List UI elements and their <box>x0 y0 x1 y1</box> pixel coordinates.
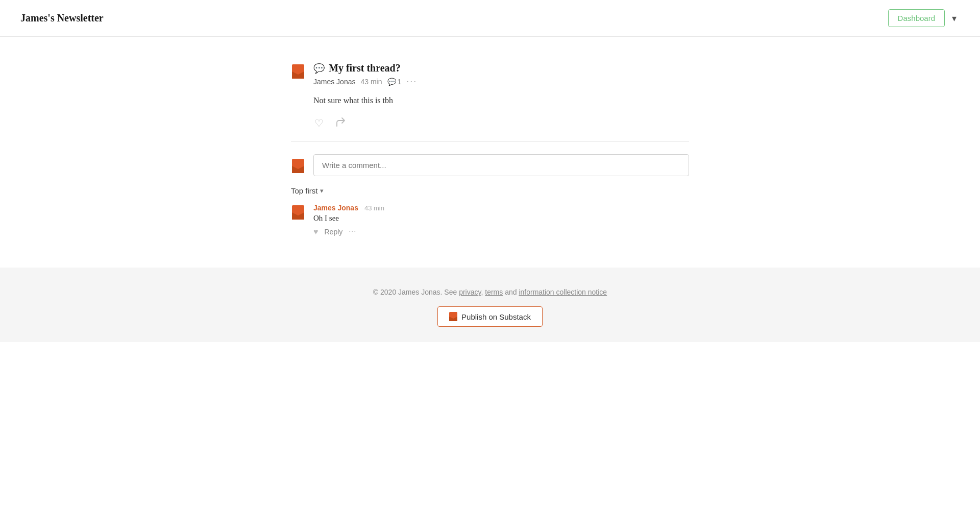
privacy-link[interactable]: privacy <box>459 288 481 296</box>
comment-more-icon[interactable]: ··· <box>349 227 356 236</box>
bookmark-icon <box>292 64 304 79</box>
comment-avatar <box>291 157 305 173</box>
comment-heart-icon[interactable]: ♥ <box>313 227 318 236</box>
post-actions: ♡ <box>313 115 689 131</box>
post-title: My first thread? <box>329 62 401 74</box>
site-header: James's Newsletter Dashboard ▾ <box>0 0 980 37</box>
footer-copyright-text: © 2020 James Jonas. See privacy, terms a… <box>10 288 970 296</box>
post-text: Not sure what this is tbh <box>313 94 689 107</box>
comment-text: Oh I see <box>313 212 689 224</box>
comment-author: James Jonas <box>313 204 358 212</box>
main-content: 💬 My first thread? James Jonas 43 min 💬 … <box>281 37 699 268</box>
sort-label: Top first <box>291 186 318 195</box>
comment-actions: ♥ Reply ··· <box>313 227 689 237</box>
site-footer: © 2020 James Jonas. See privacy, terms a… <box>0 268 980 342</box>
publish-on-substack-button[interactable]: Publish on Substack <box>437 306 543 327</box>
site-title: James's Newsletter <box>20 12 104 24</box>
share-button[interactable] <box>334 115 347 131</box>
comment-section: Top first ▾ James Jonas 43 min Oh I see … <box>291 142 689 237</box>
post-meta: James Jonas 43 min 💬 1 ··· <box>313 76 689 87</box>
notice-link[interactable]: information collection notice <box>519 288 607 296</box>
chevron-down-icon[interactable]: ▾ <box>949 10 960 27</box>
copyright-text: © 2020 James Jonas. See <box>373 288 457 296</box>
post-title-row: 💬 My first thread? <box>313 62 689 74</box>
and-text: and <box>505 288 517 296</box>
commenter-avatar <box>291 203 305 237</box>
post-more-icon[interactable]: ··· <box>406 76 417 87</box>
comment-count: 💬 1 <box>387 78 402 86</box>
comment-author-row: James Jonas 43 min <box>313 203 689 212</box>
terms-link[interactable]: terms <box>485 288 503 296</box>
comment-body: James Jonas 43 min Oh I see ♥ Reply ··· <box>313 203 689 237</box>
dashboard-button[interactable]: Dashboard <box>888 9 945 27</box>
comment-input[interactable] <box>313 154 689 176</box>
share-icon <box>335 116 346 130</box>
post-body: 💬 My first thread? James Jonas 43 min 💬 … <box>313 62 689 131</box>
post-author: James Jonas <box>313 78 355 86</box>
heart-icon: ♡ <box>314 117 324 129</box>
comment-number: 1 <box>398 78 402 86</box>
sort-row[interactable]: Top first ▾ <box>291 186 689 195</box>
comment-item: James Jonas 43 min Oh I see ♥ Reply ··· <box>291 203 689 237</box>
post-avatar <box>291 62 305 131</box>
post-container: 💬 My first thread? James Jonas 43 min 💬 … <box>291 52 689 142</box>
comment-time: 43 min <box>364 204 384 212</box>
publish-bookmark-icon <box>449 312 457 321</box>
like-button[interactable]: ♡ <box>313 116 325 130</box>
chat-icon: 💬 <box>313 63 325 74</box>
header-actions: Dashboard ▾ <box>888 9 960 27</box>
post-time: 43 min <box>360 78 382 86</box>
commenter-bookmark-icon <box>292 205 304 220</box>
comment-reply-button[interactable]: Reply <box>323 227 345 237</box>
comment-icon: 💬 <box>387 78 396 86</box>
comma: , <box>481 288 483 296</box>
comment-input-row <box>291 154 689 176</box>
sort-chevron-icon: ▾ <box>320 187 324 195</box>
comment-bookmark-icon <box>292 159 304 173</box>
publish-label: Publish on Substack <box>461 312 531 321</box>
